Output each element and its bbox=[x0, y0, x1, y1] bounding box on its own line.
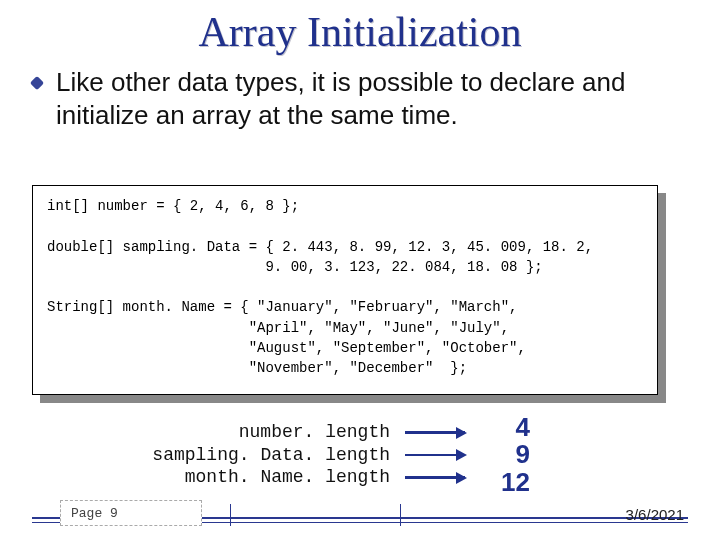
length-labels: number. length sampling. Data. length mo… bbox=[80, 421, 390, 489]
arrow-icon bbox=[405, 454, 465, 457]
arrow-icon bbox=[405, 476, 465, 479]
footer: Page 9 3/6/2021 bbox=[0, 517, 720, 526]
footer-divider bbox=[230, 504, 231, 526]
arrows-group bbox=[390, 419, 480, 491]
slide-date: 3/6/2021 bbox=[626, 506, 684, 523]
bullet-paragraph: Like other data types, it is possible to… bbox=[36, 66, 694, 131]
code-box: int[] number = { 2, 4, 6, 8 }; double[] … bbox=[32, 185, 658, 395]
bullet-text: Like other data types, it is possible to… bbox=[56, 67, 625, 130]
slide: Array Initialization Like other data typ… bbox=[0, 0, 720, 540]
slide-title: Array Initialization bbox=[26, 8, 694, 56]
footer-divider bbox=[400, 504, 401, 526]
length-values: 4 9 12 bbox=[480, 414, 530, 496]
page-number-box: Page 9 bbox=[60, 500, 202, 526]
arrow-icon bbox=[405, 431, 465, 434]
length-demo: number. length sampling. Data. length mo… bbox=[80, 420, 620, 490]
bullet-icon bbox=[30, 76, 44, 90]
